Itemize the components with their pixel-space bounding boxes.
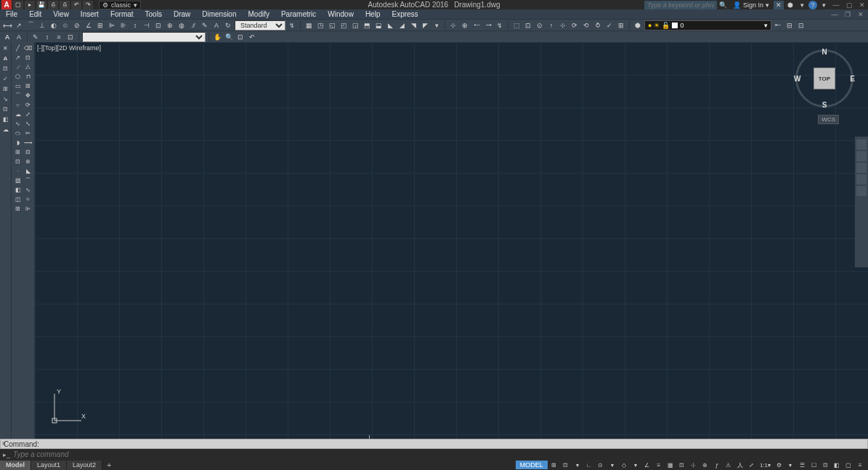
ucs-prev-icon[interactable]: ⭠ [471, 20, 482, 31]
menu-window[interactable]: Window [322, 9, 360, 19]
erase-icon[interactable]: ⌫ [23, 44, 33, 53]
revcloud-icon[interactable]: ☁ [13, 110, 23, 119]
revision-cloud-icon[interactable]: ☁ [1, 125, 10, 134]
ellipse-icon[interactable]: ⬭ [13, 129, 23, 138]
stretch-icon[interactable]: ⤡ [23, 119, 33, 129]
move-icon[interactable]: ✥ [23, 91, 33, 100]
inspection-icon[interactable]: ◍ [177, 20, 187, 31]
front-view-icon[interactable]: ⬒ [362, 20, 372, 31]
convert-text-icon[interactable]: ⊡ [65, 32, 76, 42]
workspace-selector[interactable]: ⚙ classic ▾ [99, 1, 141, 9]
join-icon[interactable]: ⊕ [23, 157, 33, 166]
array-icon[interactable]: ⊞ [23, 81, 33, 91]
status-dyn-input-icon[interactable]: ⊕ [700, 461, 710, 469]
spell-check-icon[interactable]: ✓ [1, 74, 10, 84]
wcs-selector[interactable]: WCS [818, 115, 839, 124]
scale-icon[interactable]: ⤢ [23, 110, 33, 119]
break-icon[interactable]: ⊟ [23, 147, 33, 157]
blend-icon[interactable]: ∿ [23, 185, 33, 195]
status-quick-props-icon[interactable]: ☰ [797, 461, 807, 469]
insert-block-icon[interactable]: ⊞ [13, 147, 23, 157]
status-ortho-icon[interactable]: ∟ [584, 461, 594, 469]
jogged-linear-icon[interactable]: ⫽ [188, 20, 198, 31]
trim-icon[interactable]: ✂ [23, 129, 33, 138]
status-units-icon[interactable]: ▾ [785, 461, 795, 469]
sw-iso-icon[interactable]: ◣ [385, 20, 395, 31]
steering-wheel-icon[interactable] [856, 139, 867, 150]
named-views-icon[interactable]: ▦ [304, 20, 314, 31]
dim-baseline-icon[interactable]: ⊫ [107, 20, 117, 31]
dim-linear-icon[interactable]: ⟷ [2, 20, 12, 31]
tab-layout1[interactable]: Layout1 [31, 461, 67, 470]
status-customize-icon[interactable]: ≡ [855, 461, 865, 469]
viewcube-top-face[interactable]: TOP [814, 68, 835, 89]
make-block-icon[interactable]: ⊡ [13, 157, 23, 166]
status-snap-icon[interactable]: ⊡ [561, 461, 571, 469]
rotate-icon[interactable]: ⟳ [23, 100, 33, 110]
zoom-previous-icon[interactable]: ↶ [247, 32, 257, 42]
status-osnap-icon[interactable]: ◇ [619, 461, 629, 469]
qat-plot-icon[interactable]: ⎙ [60, 1, 70, 9]
status-constraints-icon[interactable]: ƒ [712, 461, 722, 469]
status-model-space[interactable]: MODEL [516, 461, 548, 469]
arc-icon[interactable]: ⌒ [13, 91, 23, 100]
xline-icon[interactable]: ↗ [13, 53, 23, 62]
spline-icon[interactable]: ∿ [13, 119, 23, 129]
table-icon[interactable]: ⊞ [13, 204, 23, 214]
ucs-face-icon[interactable]: ↯ [495, 20, 505, 31]
ucs-view-icon[interactable]: ⊡ [523, 20, 533, 31]
scale-text-icon[interactable]: ↕ [42, 32, 52, 42]
center-mark-icon[interactable]: ⊕ [165, 20, 175, 31]
region-icon[interactable]: ◫ [13, 195, 23, 204]
left-view-icon[interactable]: ◰ [338, 20, 349, 31]
dim-space-icon[interactable]: ↕ [130, 20, 140, 31]
compass-north[interactable]: N [822, 48, 827, 56]
add-layout-button[interactable]: + [102, 461, 115, 469]
menu-file[interactable]: File [0, 9, 23, 19]
chamfer-icon[interactable]: ◣ [23, 166, 33, 176]
offset-icon[interactable]: ⊓ [23, 72, 33, 81]
layer-previous-icon[interactable]: ⭰ [773, 20, 783, 31]
status-cycling-icon[interactable]: ⊡ [677, 461, 687, 469]
qat-open-icon[interactable]: ▸ [25, 1, 35, 9]
pan-icon[interactable]: ✋ [212, 32, 222, 42]
copy-icon[interactable]: ⊡ [23, 53, 33, 62]
status-iso-icon[interactable]: ▾ [607, 461, 617, 469]
hatch-icon[interactable]: ▨ [13, 176, 23, 185]
status-hardware-accel-icon[interactable]: ⊡ [820, 461, 830, 469]
dtext-icon[interactable]: A [14, 32, 24, 42]
zoom-extents-icon[interactable] [856, 163, 867, 173]
qat-redo-icon[interactable]: ↷ [83, 1, 93, 9]
dim-update-icon[interactable]: ↻ [223, 20, 233, 31]
compass-west[interactable]: W [794, 75, 800, 83]
dim-style-dropdown[interactable]: Standard [235, 20, 285, 31]
leader-icon[interactable]: ↘ [1, 94, 10, 104]
wipeout-icon[interactable]: ◧ [1, 115, 10, 124]
dim-quick-icon[interactable]: ⊞ [95, 20, 105, 31]
ucs-3point-icon[interactable]: ⊹ [558, 20, 568, 31]
menu-insert[interactable]: Insert [75, 9, 105, 19]
keyword-search-input[interactable] [644, 1, 717, 9]
ucs-world-icon[interactable]: ⊕ [460, 20, 470, 31]
dim-angular-icon[interactable]: ∠ [84, 20, 94, 31]
doc-restore-button[interactable]: ❐ [842, 10, 853, 19]
ucs-y-icon[interactable]: ⟲ [581, 20, 591, 31]
viewport-style[interactable]: [2D Wireframe] [57, 44, 102, 52]
qat-new-icon[interactable]: ▢ [13, 1, 23, 9]
menu-parametric[interactable]: Parametric [275, 9, 322, 19]
dim-radius-icon[interactable]: ◐ [49, 20, 59, 31]
mtext-icon[interactable]: A [2, 32, 12, 42]
command-input[interactable] [13, 450, 865, 458]
text-style-icon[interactable]: ✎ [31, 32, 41, 42]
ellipse-arc-icon[interactable]: ◗ [13, 138, 23, 147]
dim-style-icon[interactable]: ↯ [287, 20, 297, 31]
dim-jogged-icon[interactable]: ⦶ [60, 20, 70, 31]
rectangle-icon[interactable]: ▭ [13, 81, 23, 91]
point-icon[interactable]: · [13, 166, 23, 176]
compass-south[interactable]: S [822, 101, 827, 109]
minimize-button[interactable]: — [830, 1, 842, 9]
qat-saveas-icon[interactable]: ⎙ [48, 1, 58, 9]
zoom-realtime-icon[interactable]: 🔍 [224, 32, 234, 42]
status-transparency-icon[interactable]: ▦ [665, 461, 676, 469]
field-icon[interactable]: ⊡ [1, 64, 10, 73]
